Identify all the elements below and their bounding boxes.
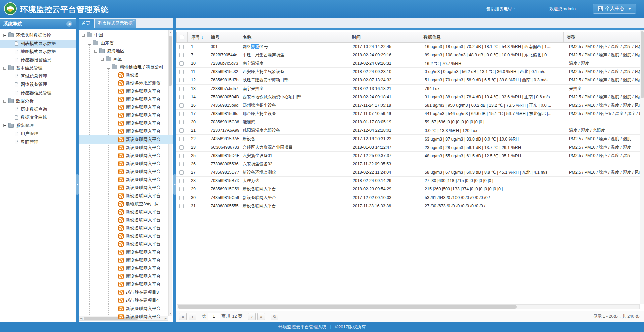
row-checkbox[interactable] xyxy=(179,53,184,57)
expander-icon[interactable] xyxy=(94,50,97,53)
sidebar-item-0-0[interactable]: 列表模式显示数据 xyxy=(0,40,76,48)
tree-device-item[interactable]: 新设备联网入平台 xyxy=(79,135,173,144)
row-checkbox[interactable] xyxy=(179,137,184,141)
row-checkbox[interactable] xyxy=(179,204,184,208)
tab-list-mode-data[interactable]: 列表模式显示数据 × xyxy=(95,19,136,28)
table-row[interactable]: 1072386b7c5d73南宁温湿度2018-02-24 09:26:3116… xyxy=(176,59,642,68)
tree-node-中国[interactable]: 中国 xyxy=(79,31,173,39)
row-checkbox[interactable] xyxy=(179,120,184,124)
tree-device-item[interactable]: 新设备联网入平台 xyxy=(79,160,173,168)
sidebar-group-1[interactable]: 基本信息管理 xyxy=(0,64,76,72)
sidebar-group-2[interactable]: 数据分析 xyxy=(0,97,76,105)
column-header-name[interactable]: 名称 xyxy=(239,32,348,42)
row-checkbox[interactable] xyxy=(179,87,184,91)
tree-device-item[interactable]: 新设备联网入平台 xyxy=(79,144,173,152)
first-page-button[interactable]: « xyxy=(179,313,187,320)
tree-device-item[interactable]: 新设备联网入平台 xyxy=(79,256,173,264)
tree-device-item[interactable]: 新设备联网入平台 xyxy=(79,224,173,232)
sidebar-item-1-2[interactable]: 传感器信息管理 xyxy=(0,89,76,97)
table-row[interactable]: 7782f6790544c中建一局集团噪声扬尘2018-02-24 09:29:… xyxy=(176,51,642,59)
row-checkbox[interactable] xyxy=(179,196,184,200)
tree-device-item[interactable]: 新设备联网入平台 xyxy=(79,87,173,95)
profile-center-button[interactable]: 个人中心 xyxy=(593,4,636,14)
tree-device-item[interactable]: 赵占胜在建项目3 xyxy=(79,288,173,296)
tree-device-item[interactable]: 新设备 xyxy=(79,71,173,79)
table-row[interactable]: 1475306890594B西安市地铁城东物资中心项目部2018-02-24 0… xyxy=(176,93,642,101)
next-page-button[interactable]: › xyxy=(248,313,256,320)
tab-home[interactable]: 首页 xyxy=(78,19,94,28)
table-row[interactable]: 25763569815D4F六安扬尘设备012017-12-25 09:37:3… xyxy=(176,152,642,160)
sidebar-item-2-0[interactable]: 历史数据查询 xyxy=(0,105,76,114)
expander-icon[interactable] xyxy=(101,58,104,61)
tree-device-item[interactable]: 新设备联网入平台 xyxy=(79,168,173,176)
table-row[interactable]: 22743569815BA5新设备2017-12-18 20:31:2363 u… xyxy=(176,135,642,143)
page-number-input[interactable] xyxy=(208,313,220,320)
tree-node-山东省[interactable]: 山东省 xyxy=(79,39,173,47)
grid-vertical-scrollbar[interactable] xyxy=(640,30,644,304)
table-row[interactable]: 29763569815C59新设备联网入平台2018-02-23 09:54:2… xyxy=(176,185,642,193)
tree-device-item[interactable]: 晨曦航空3号厂房 xyxy=(79,200,173,208)
tree-device-item[interactable]: 新设备联网入平台 xyxy=(79,111,173,119)
column-header-code[interactable]: 编号 xyxy=(207,32,239,42)
row-checkbox[interactable] xyxy=(179,112,184,116)
table-row[interactable]: 27743569815D77新设备环境监测仪2018-02-22 11:24:0… xyxy=(176,168,642,177)
row-checkbox[interactable] xyxy=(179,45,184,49)
expander-icon[interactable] xyxy=(3,124,6,127)
sidebar-item-2-1[interactable]: 数据变化曲线 xyxy=(0,113,76,122)
table-row[interactable]: 236C3064986783合经区人力资源产业园项目2018-01-03 14:… xyxy=(176,143,642,152)
expander-icon[interactable] xyxy=(3,67,6,70)
row-checkbox[interactable] xyxy=(179,128,184,133)
sidebar-item-3-0[interactable]: 用户管理 xyxy=(0,130,76,138)
table-row[interactable]: 12763569815d7b陕建二建西安华海项目部2018-02-07 13:2… xyxy=(176,76,642,85)
tree-device-item[interactable]: 新设备联网入平台 xyxy=(79,127,173,135)
tree-device-item[interactable]: 赵占胜在建项目4 xyxy=(79,296,173,305)
tree-device-item[interactable]: 新设备联网入平台 xyxy=(79,305,173,313)
row-checkbox[interactable] xyxy=(179,70,184,74)
tree-device-item[interactable]: 新设备联网入平台 xyxy=(79,192,173,200)
tree-device-item[interactable]: 新设备联网入平台 xyxy=(79,280,173,288)
row-checkbox[interactable] xyxy=(179,154,184,158)
scrollbar-thumb[interactable] xyxy=(641,31,644,98)
tree-node-精讯畅通电子科技公司[interactable]: 精讯畅通电子科技公司 xyxy=(79,63,173,71)
close-icon[interactable]: × xyxy=(133,19,135,22)
table-row[interactable]: 1001网络测试01号2017-10-24 14:22:4516 ug/m3 |… xyxy=(176,43,642,51)
tree-device-item[interactable]: 新设备联网入平台 xyxy=(79,313,173,321)
table-row[interactable]: 20703569815C36滟澜湾2018-01-17 08:05:1959 |… xyxy=(176,118,642,126)
tree-device-item[interactable]: 新设备联网入平台 xyxy=(79,176,173,184)
tree-device-item[interactable]: 新设备联网入平台 xyxy=(79,95,173,103)
prev-page-button[interactable]: ‹ xyxy=(189,313,196,320)
row-checkbox[interactable] xyxy=(179,61,184,66)
tree-device-item[interactable]: 新设备联网入平台 xyxy=(79,216,173,224)
row-checkbox[interactable] xyxy=(179,162,184,166)
expander-icon[interactable] xyxy=(82,34,85,37)
column-header-index[interactable]: 序号↓ xyxy=(188,32,208,42)
table-row[interactable]: 17763569815d6c邢台噪声扬尘设备2017-11-07 10:59:4… xyxy=(176,110,642,118)
tree-device-item[interactable]: 新设备联网入平台 xyxy=(79,208,173,216)
table-row[interactable]: 1372386b7c5d57南宁光照度2018-02-13 16:18:2179… xyxy=(176,85,642,93)
expander-icon[interactable] xyxy=(107,66,110,69)
sidebar-item-1-0[interactable]: 区域信息管理 xyxy=(0,72,76,81)
table-row[interactable]: 28703569815B7D大连万达2018-02-24 09:14:2927 … xyxy=(176,177,642,185)
expander-icon[interactable] xyxy=(3,100,6,103)
tree-device-item[interactable]: 新设备联网入平台 xyxy=(79,240,173,248)
tree-device-item[interactable]: 新设备联网入平台 xyxy=(79,119,173,127)
expander-icon[interactable] xyxy=(3,34,6,37)
sidebar-item-0-1[interactable]: 地图模式显示数据 xyxy=(0,48,76,56)
sidebar-item-0-2[interactable]: 传感器报警信息 xyxy=(0,56,76,64)
tree-device-item[interactable]: 新设备联网入平台 xyxy=(79,232,173,240)
row-checkbox[interactable] xyxy=(179,103,184,108)
column-header-type[interactable]: 类型 xyxy=(564,32,642,42)
table-row[interactable]: 217230717A6A99咸阳温湿度光照设备2017-12-04 22:18:… xyxy=(176,126,642,135)
tree-device-item[interactable]: 新设备联网入平台 xyxy=(79,272,173,280)
table-row[interactable]: 26773068905536六安扬尘设备022017-11-22 09:05:5… xyxy=(176,160,642,168)
column-header-data[interactable]: 数据信息 xyxy=(420,32,563,42)
grid-horizontal-scrollbar[interactable] xyxy=(177,304,640,309)
tree-device-item[interactable]: 新设备联网入平台 xyxy=(79,184,173,192)
row-checkbox[interactable] xyxy=(179,170,184,175)
scrollbar-thumb[interactable] xyxy=(178,305,517,309)
table-row[interactable]: 11763569815c32西安噪声扬尘气象设备2018-02-24 09:23… xyxy=(176,68,642,76)
column-header-time[interactable]: 时间 xyxy=(348,32,420,42)
row-checkbox[interactable] xyxy=(179,187,184,191)
sidebar-splitter[interactable]: ◂ xyxy=(76,18,79,322)
tree-device-item[interactable]: 新设备联网入平台 xyxy=(79,248,173,256)
